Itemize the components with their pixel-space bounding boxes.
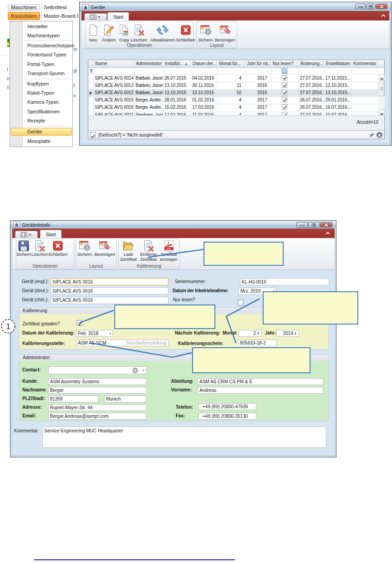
svg-text:PDF: PDF — [167, 248, 171, 250]
